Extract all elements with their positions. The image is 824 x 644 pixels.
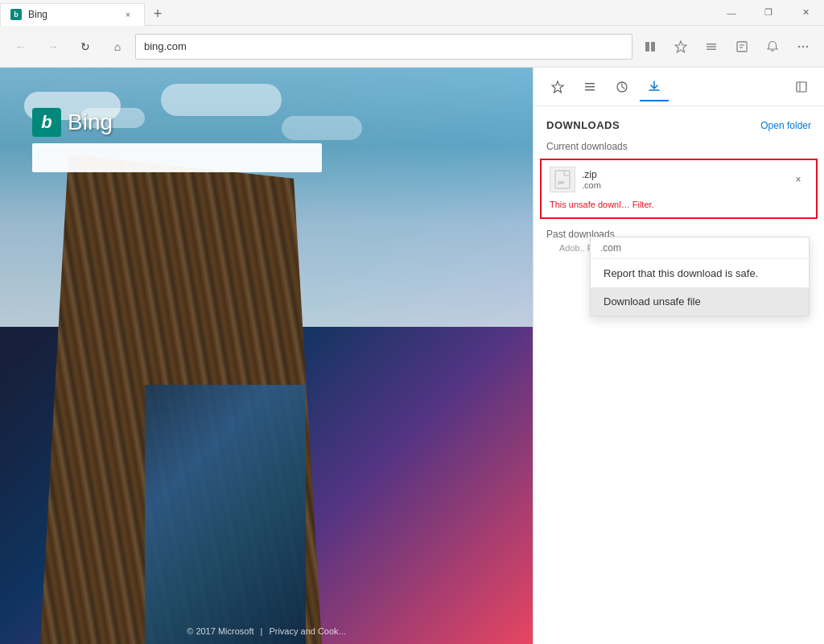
home-icon: ⌂ (114, 40, 121, 53)
refresh-button[interactable]: ↻ (71, 32, 100, 61)
svg-rect-15 (585, 89, 595, 91)
tab-title: Bing (28, 9, 47, 20)
back-button[interactable]: ← (6, 32, 35, 61)
address-bar[interactable]: bing.com (135, 34, 632, 60)
forward-button[interactable]: → (39, 32, 68, 61)
panel-reading-list-button[interactable] (575, 72, 604, 101)
hamburger-menu-button[interactable] (697, 32, 726, 61)
panel-toolbar (534, 68, 824, 106)
close-button[interactable]: ✕ (787, 0, 824, 26)
download-close-button[interactable]: × (789, 170, 808, 189)
zip-file-icon: ZIP (554, 170, 571, 189)
page-area: b Bing © 2017 Microsoft | Privacy and Co… (0, 68, 533, 644)
web-notes-button[interactable] (727, 32, 756, 61)
current-downloads-label: Current downloads (534, 138, 824, 159)
building-glass (145, 385, 306, 644)
bing-search-bar[interactable] (32, 143, 322, 172)
more-icon (797, 40, 810, 53)
panel-history-icon (616, 80, 628, 93)
context-menu: .com Report that this download is safe. … (590, 237, 810, 316)
svg-rect-0 (645, 42, 649, 52)
panel-favorites-button[interactable] (543, 72, 572, 101)
svg-rect-1 (651, 42, 655, 52)
refresh-icon: ↻ (80, 40, 90, 53)
svg-rect-13 (585, 83, 595, 85)
svg-rect-17 (797, 82, 806, 92)
download-item-header: ZIP .zip .com × (542, 160, 816, 196)
window-controls: — ❐ ✕ (713, 0, 824, 26)
reading-view-button[interactable] (636, 32, 665, 61)
home-button[interactable]: ⌂ (103, 32, 132, 61)
minimize-button[interactable]: — (713, 0, 750, 26)
url-text: bing.com (144, 40, 187, 52)
favicon-letter: b (14, 10, 19, 19)
tab-close-button[interactable]: × (122, 8, 134, 21)
svg-rect-14 (585, 86, 595, 88)
bing-wordmark: Bing (68, 109, 113, 135)
active-tab[interactable]: b Bing × (0, 3, 145, 26)
web-notes-icon (735, 40, 748, 53)
back-icon: ← (15, 40, 27, 53)
svg-rect-4 (707, 46, 716, 47)
svg-marker-2 (675, 41, 686, 52)
downloads-panel: DOWNLOADS Open folder Current downloads … (533, 68, 824, 644)
svg-rect-5 (707, 48, 716, 50)
panel-downloads-button[interactable] (640, 72, 669, 101)
favorites-button[interactable] (666, 32, 695, 61)
reading-view-icon (644, 40, 657, 53)
bing-background: b Bing © 2017 Microsoft | Privacy and Co… (0, 68, 533, 644)
nav-icons (636, 32, 818, 61)
unsafe-warning: This unsafe downl… Filter. (542, 196, 816, 217)
panel-history-button[interactable] (608, 72, 637, 101)
svg-rect-6 (737, 42, 747, 52)
svg-point-10 (802, 45, 805, 47)
new-tab-button[interactable]: + (145, 3, 171, 26)
downloads-header: DOWNLOADS Open folder (534, 106, 824, 138)
forward-icon: → (47, 40, 59, 53)
open-folder-link[interactable]: Open folder (760, 120, 811, 131)
nav-bar: ← → ↻ ⌂ bing.com (0, 26, 824, 68)
restore-button[interactable]: ❐ (750, 0, 787, 26)
svg-point-9 (798, 45, 801, 47)
panel-star-icon (551, 80, 564, 93)
panel-pin-button[interactable] (789, 74, 814, 100)
context-menu-header: .com (591, 237, 809, 259)
bing-footer: © 2017 Microsoft | Privacy and Cook... (187, 626, 346, 636)
more-options-button[interactable] (789, 32, 818, 61)
bing-logo: b Bing (32, 108, 322, 137)
download-info: .zip .com (582, 169, 782, 190)
svg-marker-12 (552, 81, 563, 93)
svg-text:ZIP: ZIP (558, 180, 564, 185)
footer-separator: | (261, 626, 263, 636)
footer-copyright: © 2017 Microsoft (187, 626, 253, 636)
file-icon: ZIP (550, 167, 575, 192)
title-bar: b Bing × + — ❐ ✕ (0, 0, 824, 26)
download-filename: .zip (582, 169, 782, 180)
bell-icon (766, 40, 779, 53)
svg-rect-3 (707, 43, 716, 45)
panel-download-icon (648, 80, 661, 93)
download-item: ZIP .zip .com × This unsafe downl… Filte… (540, 159, 818, 219)
report-safe-item[interactable]: Report that this download is safe. (591, 259, 809, 287)
download-unsafe-item[interactable]: Download unsafe file (591, 287, 809, 316)
svg-point-11 (806, 45, 809, 47)
download-source: .com (582, 180, 782, 190)
notifications-button[interactable] (758, 32, 787, 61)
bing-favicon: b (32, 108, 61, 137)
tab-favicon: b (10, 9, 22, 20)
bing-ui: b Bing (32, 108, 322, 172)
pin-icon (796, 81, 807, 93)
star-icon (674, 40, 687, 53)
downloads-title: DOWNLOADS (546, 119, 620, 131)
svg-rect-19 (555, 171, 570, 188)
hamburger-icon (705, 40, 718, 53)
main-content: b Bing © 2017 Microsoft | Privacy and Co… (0, 68, 824, 644)
footer-privacy: Privacy and Cook... (269, 626, 345, 636)
panel-list-icon (583, 80, 596, 93)
tab-area: b Bing × + (0, 0, 171, 26)
